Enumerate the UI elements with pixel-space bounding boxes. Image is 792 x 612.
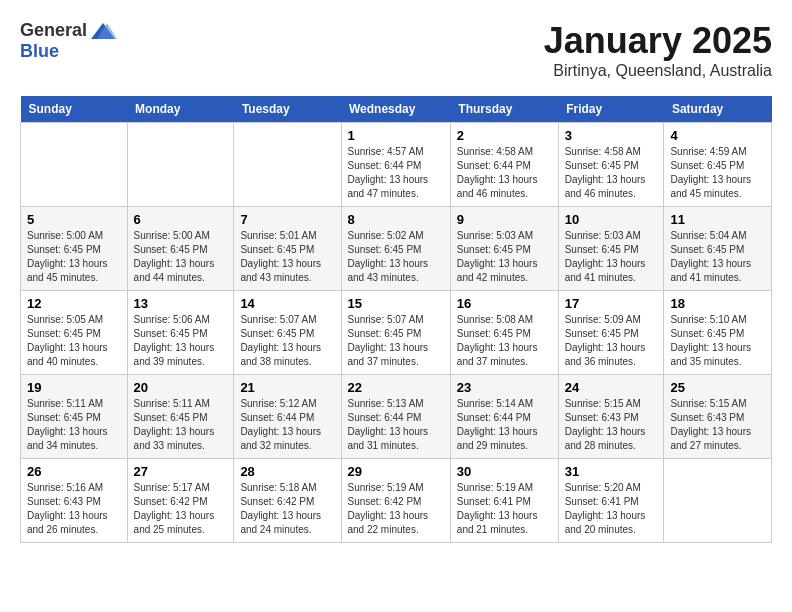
page-header: General Blue January 2025 Birtinya, Quee… [20,20,772,80]
weekday-header-wednesday: Wednesday [341,96,450,123]
weekday-header-saturday: Saturday [664,96,772,123]
calendar-cell: 11Sunrise: 5:04 AM Sunset: 6:45 PM Dayli… [664,207,772,291]
calendar-cell: 7Sunrise: 5:01 AM Sunset: 6:45 PM Daylig… [234,207,341,291]
day-number: 27 [134,464,228,479]
day-number: 15 [348,296,444,311]
calendar-cell: 30Sunrise: 5:19 AM Sunset: 6:41 PM Dayli… [450,459,558,543]
day-info: Sunrise: 5:07 AM Sunset: 6:45 PM Dayligh… [240,313,334,369]
day-info: Sunrise: 5:00 AM Sunset: 6:45 PM Dayligh… [134,229,228,285]
day-info: Sunrise: 5:17 AM Sunset: 6:42 PM Dayligh… [134,481,228,537]
calendar-cell: 13Sunrise: 5:06 AM Sunset: 6:45 PM Dayli… [127,291,234,375]
day-info: Sunrise: 5:06 AM Sunset: 6:45 PM Dayligh… [134,313,228,369]
day-number: 19 [27,380,121,395]
day-number: 10 [565,212,658,227]
calendar-cell: 15Sunrise: 5:07 AM Sunset: 6:45 PM Dayli… [341,291,450,375]
day-number: 6 [134,212,228,227]
day-number: 21 [240,380,334,395]
logo-icon [89,21,117,41]
day-info: Sunrise: 5:18 AM Sunset: 6:42 PM Dayligh… [240,481,334,537]
day-info: Sunrise: 5:00 AM Sunset: 6:45 PM Dayligh… [27,229,121,285]
day-number: 14 [240,296,334,311]
week-row-4: 19Sunrise: 5:11 AM Sunset: 6:45 PM Dayli… [21,375,772,459]
day-info: Sunrise: 5:10 AM Sunset: 6:45 PM Dayligh… [670,313,765,369]
day-number: 5 [27,212,121,227]
calendar-cell: 29Sunrise: 5:19 AM Sunset: 6:42 PM Dayli… [341,459,450,543]
day-number: 13 [134,296,228,311]
title-block: January 2025 Birtinya, Queensland, Austr… [544,20,772,80]
day-info: Sunrise: 5:16 AM Sunset: 6:43 PM Dayligh… [27,481,121,537]
weekday-header-row: SundayMondayTuesdayWednesdayThursdayFrid… [21,96,772,123]
day-info: Sunrise: 5:15 AM Sunset: 6:43 PM Dayligh… [565,397,658,453]
day-number: 24 [565,380,658,395]
week-row-5: 26Sunrise: 5:16 AM Sunset: 6:43 PM Dayli… [21,459,772,543]
day-info: Sunrise: 5:19 AM Sunset: 6:41 PM Dayligh… [457,481,552,537]
logo-general-text: General [20,20,87,41]
calendar-cell [234,123,341,207]
calendar-cell: 5Sunrise: 5:00 AM Sunset: 6:45 PM Daylig… [21,207,128,291]
weekday-header-monday: Monday [127,96,234,123]
calendar-cell: 12Sunrise: 5:05 AM Sunset: 6:45 PM Dayli… [21,291,128,375]
month-title: January 2025 [544,20,772,62]
calendar-cell: 19Sunrise: 5:11 AM Sunset: 6:45 PM Dayli… [21,375,128,459]
calendar-cell: 6Sunrise: 5:00 AM Sunset: 6:45 PM Daylig… [127,207,234,291]
day-info: Sunrise: 5:03 AM Sunset: 6:45 PM Dayligh… [457,229,552,285]
calendar-cell: 21Sunrise: 5:12 AM Sunset: 6:44 PM Dayli… [234,375,341,459]
calendar-cell: 23Sunrise: 5:14 AM Sunset: 6:44 PM Dayli… [450,375,558,459]
week-row-2: 5Sunrise: 5:00 AM Sunset: 6:45 PM Daylig… [21,207,772,291]
calendar-cell [21,123,128,207]
day-info: Sunrise: 5:03 AM Sunset: 6:45 PM Dayligh… [565,229,658,285]
calendar-cell: 16Sunrise: 5:08 AM Sunset: 6:45 PM Dayli… [450,291,558,375]
calendar-cell: 14Sunrise: 5:07 AM Sunset: 6:45 PM Dayli… [234,291,341,375]
calendar-cell: 3Sunrise: 4:58 AM Sunset: 6:45 PM Daylig… [558,123,664,207]
day-number: 26 [27,464,121,479]
calendar-cell: 22Sunrise: 5:13 AM Sunset: 6:44 PM Dayli… [341,375,450,459]
calendar-cell [664,459,772,543]
week-row-3: 12Sunrise: 5:05 AM Sunset: 6:45 PM Dayli… [21,291,772,375]
calendar-cell [127,123,234,207]
day-info: Sunrise: 5:15 AM Sunset: 6:43 PM Dayligh… [670,397,765,453]
weekday-header-thursday: Thursday [450,96,558,123]
day-number: 8 [348,212,444,227]
day-info: Sunrise: 5:01 AM Sunset: 6:45 PM Dayligh… [240,229,334,285]
day-info: Sunrise: 5:05 AM Sunset: 6:45 PM Dayligh… [27,313,121,369]
day-info: Sunrise: 5:12 AM Sunset: 6:44 PM Dayligh… [240,397,334,453]
logo-blue-text: Blue [20,41,59,61]
day-number: 18 [670,296,765,311]
day-number: 17 [565,296,658,311]
calendar-table: SundayMondayTuesdayWednesdayThursdayFrid… [20,96,772,543]
day-number: 25 [670,380,765,395]
day-info: Sunrise: 5:02 AM Sunset: 6:45 PM Dayligh… [348,229,444,285]
calendar-cell: 9Sunrise: 5:03 AM Sunset: 6:45 PM Daylig… [450,207,558,291]
day-number: 23 [457,380,552,395]
day-info: Sunrise: 5:04 AM Sunset: 6:45 PM Dayligh… [670,229,765,285]
day-info: Sunrise: 5:13 AM Sunset: 6:44 PM Dayligh… [348,397,444,453]
day-number: 31 [565,464,658,479]
day-info: Sunrise: 5:07 AM Sunset: 6:45 PM Dayligh… [348,313,444,369]
day-number: 30 [457,464,552,479]
calendar-cell: 24Sunrise: 5:15 AM Sunset: 6:43 PM Dayli… [558,375,664,459]
day-number: 7 [240,212,334,227]
day-number: 16 [457,296,552,311]
day-number: 9 [457,212,552,227]
calendar-cell: 4Sunrise: 4:59 AM Sunset: 6:45 PM Daylig… [664,123,772,207]
day-number: 28 [240,464,334,479]
calendar-cell: 18Sunrise: 5:10 AM Sunset: 6:45 PM Dayli… [664,291,772,375]
calendar-cell: 17Sunrise: 5:09 AM Sunset: 6:45 PM Dayli… [558,291,664,375]
weekday-header-tuesday: Tuesday [234,96,341,123]
weekday-header-friday: Friday [558,96,664,123]
day-info: Sunrise: 5:19 AM Sunset: 6:42 PM Dayligh… [348,481,444,537]
day-number: 2 [457,128,552,143]
day-info: Sunrise: 4:57 AM Sunset: 6:44 PM Dayligh… [348,145,444,201]
day-number: 4 [670,128,765,143]
weekday-header-sunday: Sunday [21,96,128,123]
day-info: Sunrise: 5:11 AM Sunset: 6:45 PM Dayligh… [27,397,121,453]
day-number: 12 [27,296,121,311]
calendar-cell: 10Sunrise: 5:03 AM Sunset: 6:45 PM Dayli… [558,207,664,291]
day-info: Sunrise: 5:20 AM Sunset: 6:41 PM Dayligh… [565,481,658,537]
calendar-cell: 27Sunrise: 5:17 AM Sunset: 6:42 PM Dayli… [127,459,234,543]
calendar-cell: 1Sunrise: 4:57 AM Sunset: 6:44 PM Daylig… [341,123,450,207]
calendar-cell: 28Sunrise: 5:18 AM Sunset: 6:42 PM Dayli… [234,459,341,543]
day-number: 29 [348,464,444,479]
day-number: 3 [565,128,658,143]
calendar-cell: 20Sunrise: 5:11 AM Sunset: 6:45 PM Dayli… [127,375,234,459]
